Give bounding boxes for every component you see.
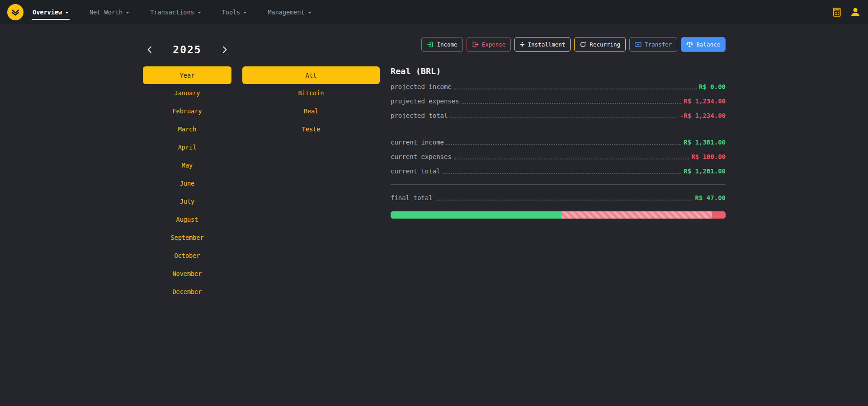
nav-item-net-worth[interactable]: Net Worth bbox=[90, 9, 129, 16]
box-arrow-right-icon bbox=[472, 41, 479, 48]
summary-value: R$ 1,281.00 bbox=[684, 168, 726, 175]
wallets-column: All BitcoinRealTeste bbox=[242, 40, 380, 301]
installment-button[interactable]: ÷Installment bbox=[514, 37, 571, 52]
summary-value: R$ 1,234.00 bbox=[684, 98, 726, 105]
summary-rows: projected incomeR$ 0.00projected expense… bbox=[391, 79, 726, 205]
box-arrow-in-right-icon bbox=[427, 41, 434, 48]
balance-button[interactable]: Balance bbox=[681, 37, 726, 52]
progress-segment-green-solid bbox=[391, 211, 561, 219]
month-link-june[interactable]: June bbox=[143, 174, 231, 192]
wallet-link-real[interactable]: Real bbox=[242, 102, 380, 120]
divider bbox=[391, 184, 726, 185]
chevron-down-icon bbox=[65, 12, 69, 14]
summary-row: current expensesR$ 100.00 bbox=[391, 149, 726, 164]
nav-item-label: Transactions bbox=[150, 9, 194, 16]
nav-item-tools[interactable]: Tools bbox=[222, 9, 247, 16]
nav-item-label: Tools bbox=[222, 9, 241, 16]
arrow-repeat-icon bbox=[580, 41, 586, 48]
action-label: Transfer bbox=[645, 41, 672, 48]
spacer bbox=[242, 40, 380, 66]
year-label: 2025 bbox=[173, 44, 201, 56]
chevron-down-icon bbox=[126, 12, 129, 14]
months-column: 2025 Year JanuaryFebruaryMarchAprilMayJu… bbox=[143, 40, 231, 301]
app-logo[interactable] bbox=[7, 4, 24, 20]
calculator-icon[interactable] bbox=[832, 7, 842, 17]
summary-label: final total bbox=[391, 194, 433, 201]
divide-icon: ÷ bbox=[520, 41, 524, 48]
prev-year-button[interactable] bbox=[144, 44, 156, 56]
summary-label: projected expenses bbox=[391, 98, 459, 105]
nav-menu: OverviewNet WorthTransactionsToolsManage… bbox=[33, 0, 311, 24]
divider bbox=[391, 129, 726, 129]
wallet-link-teste[interactable]: Teste bbox=[242, 120, 380, 138]
navbar-right bbox=[832, 7, 861, 18]
user-icon[interactable] bbox=[850, 7, 861, 18]
dotted-leader bbox=[454, 159, 689, 159]
year-button[interactable]: Year bbox=[143, 66, 231, 84]
dotted-leader bbox=[450, 117, 677, 118]
month-link-march[interactable]: March bbox=[143, 120, 231, 138]
month-link-january[interactable]: January bbox=[143, 84, 231, 102]
dotted-leader bbox=[443, 173, 682, 174]
wallets-list: BitcoinRealTeste bbox=[242, 84, 380, 138]
nav-item-management[interactable]: Management bbox=[268, 9, 311, 16]
nav-item-label: Management bbox=[268, 9, 304, 16]
all-wallets-button[interactable]: All bbox=[242, 66, 380, 84]
month-link-september[interactable]: September bbox=[143, 229, 231, 247]
summary-label: current income bbox=[391, 139, 444, 146]
expense-button[interactable]: Expense bbox=[467, 37, 511, 52]
action-label: Balance bbox=[696, 41, 720, 48]
chevron-down-icon bbox=[243, 12, 247, 14]
transfer-button[interactable]: Transfer bbox=[629, 37, 677, 52]
dotted-leader bbox=[446, 144, 681, 145]
months-list: JanuaryFebruaryMarchAprilMayJuneJulyAugu… bbox=[143, 84, 231, 301]
action-buttons: IncomeExpense÷InstallmentRecurringTransf… bbox=[391, 37, 726, 52]
summary-value: R$ 47.00 bbox=[695, 194, 726, 201]
summary-row: current totalR$ 1,281.00 bbox=[391, 164, 726, 178]
summary-value: R$ 0.00 bbox=[699, 83, 726, 90]
income-button[interactable]: Income bbox=[421, 37, 462, 52]
month-link-april[interactable]: April bbox=[143, 138, 231, 156]
summary-label: current expenses bbox=[391, 153, 452, 160]
month-link-may[interactable]: May bbox=[143, 156, 231, 174]
month-link-february[interactable]: February bbox=[143, 102, 231, 120]
action-label: Recurring bbox=[590, 41, 620, 48]
wallet-link-bitcoin[interactable]: Bitcoin bbox=[242, 84, 380, 102]
month-link-august[interactable]: August bbox=[143, 210, 231, 229]
nav-item-label: Overview bbox=[33, 9, 62, 16]
nav-item-overview[interactable]: Overview bbox=[33, 9, 69, 16]
summary-value: -R$ 1,234.00 bbox=[680, 112, 726, 119]
progress-segment-red-solid bbox=[712, 211, 726, 219]
summary-row: projected total-R$ 1,234.00 bbox=[391, 108, 726, 123]
dotted-leader bbox=[454, 89, 697, 89]
summary-row: projected incomeR$ 0.00 bbox=[391, 79, 726, 94]
nav-item-label: Net Worth bbox=[90, 9, 123, 16]
scales-icon bbox=[686, 41, 693, 48]
month-link-december[interactable]: December bbox=[143, 283, 231, 301]
summary-value: R$ 100.00 bbox=[691, 153, 726, 160]
summary-row: projected expensesR$ 1,234.00 bbox=[391, 94, 726, 108]
month-link-november[interactable]: November bbox=[143, 265, 231, 283]
summary-section: IncomeExpense÷InstallmentRecurringTransf… bbox=[391, 37, 726, 219]
summary-label: projected total bbox=[391, 112, 448, 119]
main-content: 2025 Year JanuaryFebruaryMarchAprilMayJu… bbox=[0, 24, 868, 301]
action-label: Income bbox=[437, 41, 457, 48]
chevron-down-icon bbox=[308, 12, 311, 14]
next-year-button[interactable] bbox=[219, 44, 231, 56]
dotted-leader bbox=[462, 103, 682, 104]
cash-icon bbox=[635, 41, 642, 48]
logo-icon bbox=[11, 8, 20, 17]
month-link-october[interactable]: October bbox=[143, 247, 231, 265]
period-section: 2025 Year JanuaryFebruaryMarchAprilMayJu… bbox=[143, 40, 380, 301]
recurring-button[interactable]: Recurring bbox=[574, 37, 626, 52]
navbar: OverviewNet WorthTransactionsToolsManage… bbox=[0, 0, 868, 24]
summary-label: projected income bbox=[391, 83, 452, 90]
nav-item-transactions[interactable]: Transactions bbox=[150, 9, 201, 16]
action-label: Expense bbox=[482, 41, 506, 48]
summary-label: current total bbox=[391, 168, 440, 175]
month-link-july[interactable]: July bbox=[143, 192, 231, 210]
summary-value: R$ 1,381.00 bbox=[684, 139, 726, 146]
summary-title: Real (BRL) bbox=[391, 66, 726, 76]
dotted-leader bbox=[435, 200, 693, 201]
summary-row: final totalR$ 47.00 bbox=[391, 191, 726, 205]
